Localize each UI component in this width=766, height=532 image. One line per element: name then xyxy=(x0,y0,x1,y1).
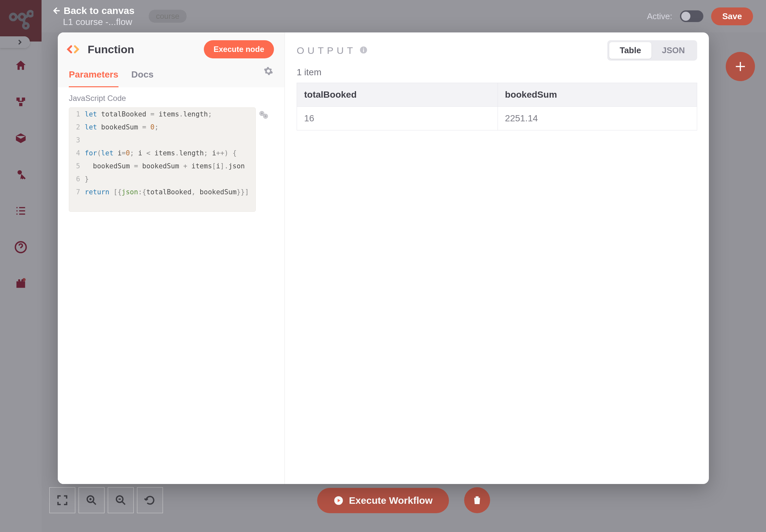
tab-docs[interactable]: Docs xyxy=(131,66,153,87)
execute-workflow-button[interactable]: Execute Workflow xyxy=(317,488,449,513)
plus-icon xyxy=(734,60,747,73)
back-label: Back to canvas xyxy=(64,5,134,16)
gift-icon[interactable] xyxy=(14,277,27,290)
top-bar: Back to canvas L1 course -...flow course… xyxy=(42,0,766,32)
zoom-in-icon xyxy=(85,494,98,507)
output-heading: OUTPUT xyxy=(297,45,356,56)
zoom-out-button[interactable] xyxy=(108,487,134,513)
undo-icon xyxy=(143,494,156,507)
play-circle-icon xyxy=(333,495,344,506)
svg-point-6 xyxy=(116,496,123,502)
packages-icon[interactable] xyxy=(14,132,27,145)
add-node-button[interactable] xyxy=(726,52,755,81)
gear-icon xyxy=(263,66,273,76)
column-header[interactable]: totalBooked xyxy=(297,83,498,107)
code-editor[interactable]: 1let totalBooked = items.length;2let boo… xyxy=(69,107,256,212)
trash-icon xyxy=(471,494,483,506)
output-item-count: 1 item xyxy=(297,67,697,78)
node-title[interactable]: Function xyxy=(88,43,197,56)
code-field-label: JavaScript Code xyxy=(69,94,284,103)
gears-icon xyxy=(258,109,269,120)
workflow-title[interactable]: L1 course -...flow xyxy=(63,17,134,27)
help-icon[interactable] xyxy=(14,241,27,254)
active-label: Active: xyxy=(647,11,672,21)
arrow-left-icon xyxy=(51,6,60,15)
canvas-toolbar xyxy=(49,487,163,513)
table-cell[interactable]: 2251.14 xyxy=(498,107,697,130)
column-header[interactable]: bookedSum xyxy=(498,83,697,107)
list-icon[interactable] xyxy=(14,204,27,217)
credentials-icon[interactable] xyxy=(14,168,27,181)
function-code-icon xyxy=(66,42,80,57)
output-view-toggle: Table JSON xyxy=(607,40,697,61)
zoom-out-icon xyxy=(114,494,127,507)
tab-parameters[interactable]: Parameters xyxy=(69,66,118,87)
node-output-panel: OUTPUT Table JSON 1 item totalBookedbook… xyxy=(285,32,709,484)
execute-node-button[interactable]: Execute node xyxy=(204,40,274,58)
execute-workflow-label: Execute Workflow xyxy=(349,495,433,506)
view-table-option[interactable]: Table xyxy=(609,42,651,59)
svg-point-0 xyxy=(10,14,16,20)
active-toggle[interactable] xyxy=(680,10,703,22)
view-json-option[interactable]: JSON xyxy=(651,42,695,59)
table-row: 162251.14 xyxy=(297,107,697,130)
undo-button[interactable] xyxy=(137,487,163,513)
delete-button[interactable] xyxy=(464,487,490,513)
sidebar-collapse-button[interactable] xyxy=(0,36,30,48)
fit-view-button[interactable] xyxy=(49,487,75,513)
workflows-icon[interactable] xyxy=(14,95,27,108)
app-logo[interactable] xyxy=(0,0,42,42)
output-table: totalBookedbookedSum 162251.14 xyxy=(297,83,697,130)
back-to-canvas-link[interactable]: Back to canvas xyxy=(51,5,134,16)
node-editor-modal: Function Execute node Parameters Docs Ja… xyxy=(58,32,709,484)
info-icon xyxy=(359,46,368,54)
expand-icon xyxy=(56,494,69,507)
svg-point-5 xyxy=(87,496,94,502)
table-cell[interactable]: 16 xyxy=(297,107,498,130)
save-button[interactable]: Save xyxy=(711,7,753,25)
svg-point-1 xyxy=(19,14,25,20)
node-settings-button[interactable] xyxy=(263,66,273,87)
left-sidebar xyxy=(0,0,42,532)
zoom-in-button[interactable] xyxy=(79,487,104,513)
node-editor-left-panel: Function Execute node Parameters Docs Ja… xyxy=(58,32,285,484)
code-field-settings-button[interactable] xyxy=(258,109,269,122)
n8n-logo-icon xyxy=(8,8,33,33)
home-icon[interactable] xyxy=(14,59,27,72)
output-info-button[interactable] xyxy=(359,46,368,55)
workflow-tag[interactable]: course xyxy=(149,10,186,23)
